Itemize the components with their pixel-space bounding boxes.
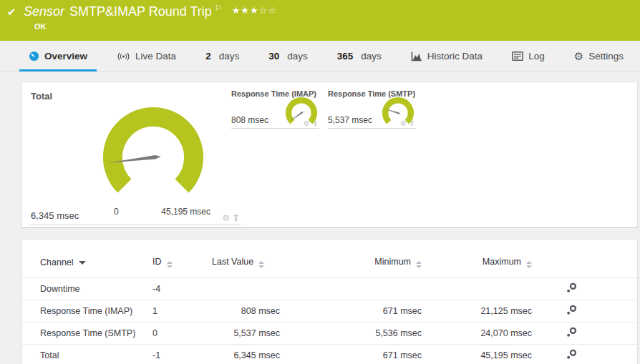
cell-channel: Total bbox=[22, 345, 152, 364]
tab-unit: days bbox=[219, 51, 240, 62]
tab-label: Overview bbox=[44, 51, 87, 62]
cell-channel: Response Time (SMTP) bbox=[22, 323, 152, 345]
sort-icon bbox=[526, 261, 532, 268]
channels-table: Channel ID Last Value Minimum Maximum Do… bbox=[22, 255, 637, 364]
area-chart-icon bbox=[411, 51, 422, 62]
table-row-downtime: Downtime -4 bbox=[22, 278, 637, 300]
pin-icon[interactable] bbox=[233, 215, 239, 222]
channel-settings-icon[interactable] bbox=[566, 282, 577, 295]
gauge-title: Total bbox=[29, 89, 241, 102]
sensor-title-row: Sensor SMTP&IMAP Round Trip ⚐ ★★★☆☆ bbox=[24, 4, 277, 19]
gear-icon[interactable]: ⚙ bbox=[400, 120, 407, 127]
tab-number: 2 bbox=[205, 51, 211, 62]
column-header-id[interactable]: ID bbox=[152, 255, 212, 278]
stars-filled[interactable]: ★★★ bbox=[232, 5, 259, 16]
cell-maximum bbox=[422, 278, 532, 300]
sensor-kind-label: Sensor bbox=[24, 4, 64, 19]
tab-30-days[interactable]: 30days bbox=[259, 51, 317, 72]
cell-minimum: 671 msec bbox=[280, 345, 422, 364]
tab-365-days[interactable]: 365days bbox=[328, 51, 391, 72]
tab-label: Historic Data bbox=[427, 51, 483, 62]
column-label: Minimum bbox=[374, 257, 411, 267]
tab-number: 30 bbox=[268, 51, 279, 62]
gauge-current-value: 6,345 msec bbox=[31, 210, 79, 221]
tab-label: Live Data bbox=[135, 51, 176, 62]
gauge-widget-total: Total 0 45,195 msec 6,345 msec ⚙ bbox=[29, 89, 241, 225]
gear-icon[interactable]: ⚙ bbox=[304, 120, 310, 127]
cell-last-value bbox=[212, 278, 280, 300]
tab-2-days[interactable]: 2days bbox=[196, 51, 248, 72]
table-row-response-time-imap: Response Time (IMAP) 1 808 msec 671 msec… bbox=[22, 300, 637, 323]
tab-label: Settings bbox=[588, 51, 624, 62]
sort-icon bbox=[416, 261, 422, 268]
sort-desc-icon bbox=[79, 261, 86, 265]
gauge-widget-smtp: Response Time (SMTP) 5,537 msec ⚙ bbox=[328, 89, 416, 129]
status-badge: OK bbox=[34, 22, 47, 31]
cell-minimum: 5,536 msec bbox=[280, 323, 422, 345]
broadcast-icon bbox=[117, 51, 130, 62]
gauge-current-value: 5,537 msec bbox=[328, 115, 372, 125]
log-list-icon bbox=[512, 51, 523, 61]
channel-settings-icon[interactable] bbox=[566, 327, 577, 340]
column-label: Last Value bbox=[212, 257, 253, 267]
cell-id: -4 bbox=[152, 278, 212, 300]
status-ok-check-icon: ✔ bbox=[7, 6, 16, 19]
cell-channel: Response Time (IMAP) bbox=[22, 300, 152, 323]
cell-last-value: 6,345 msec bbox=[212, 345, 280, 364]
gauge-current-value: 808 msec bbox=[231, 115, 268, 125]
sort-icon bbox=[258, 261, 264, 268]
pin-icon[interactable] bbox=[313, 121, 318, 127]
tab-unit: days bbox=[287, 51, 308, 62]
cell-id: 1 bbox=[152, 300, 212, 323]
sort-icon bbox=[167, 261, 173, 268]
gear-icon: ⚙ bbox=[574, 51, 583, 62]
tab-number: 365 bbox=[337, 51, 354, 62]
tab-historic-data[interactable]: Historic Data bbox=[402, 51, 492, 72]
tab-unit: days bbox=[361, 51, 382, 62]
column-label: Maximum bbox=[483, 257, 521, 267]
column-header-actions bbox=[532, 255, 637, 278]
pin-icon[interactable] bbox=[409, 121, 414, 127]
sensor-header: ✔ Sensor SMTP&IMAP Round Trip ⚐ ★★★☆☆ OK bbox=[0, 0, 640, 41]
tab-strip: Overview Live Data 2days 30days 365days … bbox=[0, 41, 640, 72]
gauge-toolbar: ⚙ bbox=[400, 120, 414, 127]
column-header-minimum[interactable]: Minimum bbox=[280, 255, 422, 278]
column-label: ID bbox=[152, 257, 162, 267]
cell-channel: Downtime bbox=[22, 278, 152, 300]
cell-maximum: 45,195 msec bbox=[422, 345, 532, 364]
channel-settings-icon[interactable] bbox=[566, 305, 577, 318]
tab-label: Log bbox=[528, 51, 545, 62]
column-header-channel[interactable]: Channel bbox=[22, 255, 152, 278]
gauge-widget-imap: Response Time (IMAP) 808 msec ⚙ bbox=[231, 89, 319, 129]
channel-settings-icon[interactable] bbox=[566, 349, 577, 362]
gauges-panel: Total 0 45,195 msec 6,345 msec ⚙ Respons… bbox=[21, 82, 638, 228]
total-gauge bbox=[101, 105, 205, 210]
gauge-toolbar: ⚙ bbox=[222, 214, 239, 222]
table-header-row: Channel ID Last Value Minimum Maximum bbox=[22, 255, 637, 278]
cell-maximum: 24,070 msec bbox=[422, 323, 532, 345]
cell-maximum: 21,125 msec bbox=[422, 300, 532, 323]
gauge-icon bbox=[29, 51, 39, 62]
gauge-scale-min: 0 bbox=[114, 207, 119, 217]
tab-live-data[interactable]: Live Data bbox=[107, 51, 185, 72]
flag-icon: ⚐ bbox=[215, 4, 222, 12]
tab-settings[interactable]: ⚙ Settings bbox=[565, 51, 633, 72]
stars-empty[interactable]: ☆☆ bbox=[259, 5, 277, 16]
column-label: Channel bbox=[40, 257, 74, 267]
gear-icon[interactable]: ⚙ bbox=[222, 214, 230, 222]
priority-stars[interactable]: ★★★☆☆ bbox=[232, 5, 277, 16]
channels-panel: Channel ID Last Value Minimum Maximum Do… bbox=[21, 239, 638, 364]
cell-last-value: 5,537 msec bbox=[212, 323, 280, 345]
tab-log[interactable]: Log bbox=[503, 51, 554, 72]
column-header-maximum[interactable]: Maximum bbox=[422, 255, 532, 278]
cell-minimum: 671 msec bbox=[280, 300, 422, 323]
table-row-response-time-smtp: Response Time (SMTP) 0 5,537 msec 5,536 … bbox=[22, 323, 637, 345]
tab-overview[interactable]: Overview bbox=[19, 51, 97, 72]
cell-minimum bbox=[280, 278, 422, 300]
gauge-scale-max: 45,195 msec bbox=[161, 207, 210, 217]
cell-id: 0 bbox=[152, 323, 212, 345]
column-header-last-value[interactable]: Last Value bbox=[212, 255, 280, 278]
gauge-toolbar: ⚙ bbox=[304, 120, 318, 127]
table-row-total: Total -1 6,345 msec 671 msec 45,195 msec bbox=[22, 345, 637, 364]
cell-id: -1 bbox=[152, 345, 212, 364]
